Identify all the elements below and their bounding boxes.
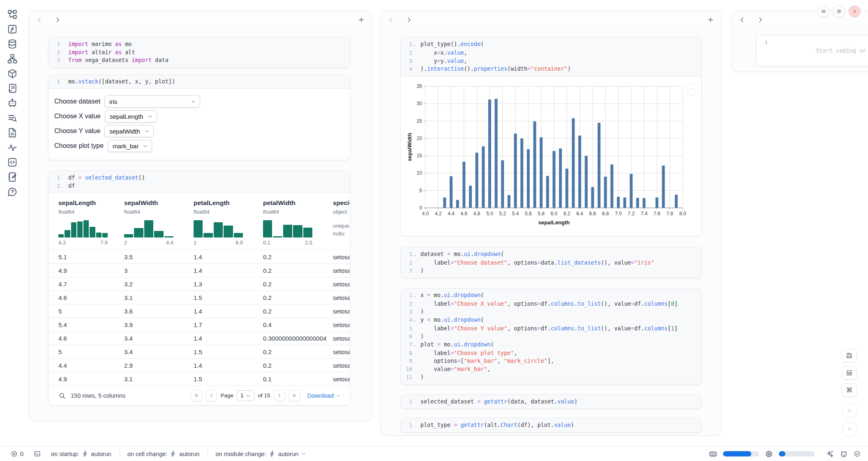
svg-text:7.4: 7.4: [641, 211, 648, 217]
svg-text:8.0: 8.0: [679, 211, 686, 217]
fold-caret-icon[interactable]: ⌄: [412, 341, 417, 349]
svg-text:5.0: 5.0: [486, 211, 493, 217]
code-line: 1⌄x = mo.ui.dropdown(: [401, 291, 701, 300]
code-line: 8 label="Choose plot type",: [401, 349, 701, 357]
help-icon[interactable]: [7, 187, 18, 197]
errors-indicator[interactable]: 0: [11, 450, 23, 457]
table-footer: 150 rows, 5 columns Page 1 of 15 Downloa…: [48, 385, 350, 405]
choose-y-value-select[interactable]: sepalWidth: [104, 125, 153, 137]
code-editor[interactable]: 1⌄x = mo.ui.dropdown(2 label="Choose X v…: [401, 288, 701, 384]
column-header-sepalLength[interactable]: sepalLengthfloat644.37.9: [58, 199, 124, 250]
table-row[interactable]: 5.43.91.70.4setosa: [48, 318, 350, 331]
code-editor[interactable]: 1df = selected_dataset()2df: [48, 171, 350, 193]
line-number: 2: [57, 48, 60, 57]
column-move-left-button[interactable]: [387, 16, 395, 23]
file-tree-icon[interactable]: [7, 9, 18, 20]
terminal-icon[interactable]: [34, 450, 41, 457]
fold-caret-icon[interactable]: ⌄: [412, 291, 417, 300]
on-startup-setting[interactable]: on startup: autorun: [51, 450, 111, 457]
code-editor[interactable]: 1mo.vstack([dataset, x, y, plot]): [48, 75, 350, 89]
function-icon[interactable]: [7, 24, 18, 35]
page-select[interactable]: 1: [237, 390, 255, 401]
line-number: 1: [409, 40, 412, 49]
column-move-right-button[interactable]: [757, 16, 764, 23]
code-editor[interactable]: 1plot_type = getattr(alt.Chart(df), plot…: [401, 418, 701, 432]
editor-placeholder: Start coding or generate with: [773, 39, 868, 63]
on-module-change-setting[interactable]: on module change: autorun: [216, 450, 307, 457]
table-row[interactable]: 4.93.11.50.1setosa: [48, 372, 350, 385]
table-row[interactable]: 4.42.91.40.2setosa: [48, 358, 350, 372]
column-move-right-button[interactable]: [54, 16, 61, 23]
code-editor[interactable]: 1selected_dataset = getattr(data, datase…: [401, 395, 701, 409]
save-button[interactable]: [842, 349, 857, 362]
altair-bar-chart[interactable]: 4.04.24.44.64.85.05.25.45.65.86.06.26.46…: [406, 80, 701, 234]
setting-value: autorun: [91, 451, 111, 457]
svg-text:4.2: 4.2: [435, 211, 442, 217]
svg-text:7.8: 7.8: [666, 211, 673, 217]
column-move-left-button[interactable]: [739, 16, 746, 23]
choose-x-value-select[interactable]: sepalLength: [105, 110, 157, 122]
dependency-graph-icon[interactable]: [7, 53, 18, 64]
download-button[interactable]: Download: [307, 392, 341, 399]
code-editor[interactable]: 1⌄dataset = mo.ui.dropdown(2 label="Choo…: [401, 247, 701, 278]
column-header-petalLength[interactable]: petalLengthfloat6416.9: [194, 199, 263, 250]
fold-caret-icon[interactable]: ⌄: [412, 250, 417, 259]
column-move-right-button[interactable]: [405, 16, 413, 23]
choose-plot-type-select[interactable]: mark_bar: [108, 140, 152, 152]
last-page-button[interactable]: [289, 390, 300, 401]
code-line: 11): [401, 373, 701, 381]
settings-gear-button[interactable]: [833, 5, 845, 17]
table-row[interactable]: 4.931.40.2setosa: [48, 263, 350, 277]
documentation-icon[interactable]: [7, 127, 18, 138]
dropdown-label: Choose Y value: [54, 127, 100, 135]
column-header-petalWidth[interactable]: petalWidthfloat640.12.5: [263, 199, 333, 250]
connection-status-icon[interactable]: [854, 450, 861, 457]
table-row[interactable]: 53.61.40.2setosa: [48, 304, 350, 318]
code-editor[interactable]: 1⌄plot_type().encode(2 x=x.value,3 y=y.v…: [401, 37, 701, 76]
column-header-species[interactable]: speciesobjectunique:nulls:: [333, 199, 350, 250]
svg-text:35: 35: [417, 83, 422, 89]
svg-text:5.8: 5.8: [538, 211, 545, 217]
menu-button[interactable]: [817, 5, 829, 17]
next-page-button[interactable]: [274, 390, 285, 401]
layout-toggle-button[interactable]: [842, 366, 857, 380]
code-line: 2 label="Choose dataset", options=data.l…: [401, 259, 701, 267]
close-panel-button[interactable]: [849, 5, 861, 17]
packages-icon[interactable]: [7, 68, 18, 79]
logs-search-icon[interactable]: [7, 113, 18, 123]
ai-chat-icon[interactable]: [7, 98, 18, 108]
table-row[interactable]: 5.13.51.40.2setosa: [48, 250, 350, 263]
on-cell-change-setting[interactable]: on cell change: autorun: [127, 450, 200, 457]
search-icon[interactable]: [58, 392, 66, 399]
code-line: 1mo.vstack([dataset, x, y, plot]): [48, 78, 350, 86]
ai-sparkles-icon[interactable]: [826, 450, 834, 458]
fold-caret-icon[interactable]: ⌄: [412, 316, 417, 325]
interrupt-button[interactable]: [842, 403, 857, 418]
add-column-button[interactable]: [707, 16, 714, 23]
code-line: 3from vega_datasets import data: [48, 56, 350, 65]
table-row[interactable]: 53.41.50.2setosa: [48, 345, 350, 358]
fold-caret-icon[interactable]: ⌄: [412, 40, 417, 49]
column-header-sepalWidth[interactable]: sepalWidthfloat6424.4: [124, 199, 194, 250]
add-column-button[interactable]: [358, 16, 365, 23]
first-page-button[interactable]: [191, 390, 202, 401]
notebook-icon[interactable]: [7, 172, 18, 182]
command-palette-button[interactable]: ⌘: [842, 383, 857, 397]
marimo-mascot-icon[interactable]: [840, 450, 848, 458]
code-editor[interactable]: 1 Start coding or generate with: [756, 36, 868, 66]
choose-dataset-select[interactable]: iris: [104, 95, 200, 108]
scratchpad-icon[interactable]: [7, 83, 18, 94]
database-icon[interactable]: [7, 39, 18, 49]
chart-menu-button[interactable]: [686, 83, 699, 95]
column-move-left-button[interactable]: [36, 16, 43, 23]
tracing-icon[interactable]: [7, 142, 18, 153]
table-row[interactable]: 4.73.21.30.2setosa: [48, 277, 350, 290]
table-row[interactable]: 4.63.41.40.30000000000000004setosa: [48, 331, 350, 345]
table-row[interactable]: 4.63.11.50.2setosa: [48, 290, 350, 304]
code-line: 9 options=["mark_bar", "mark_circle"],: [401, 357, 701, 365]
chevron-down-icon: [148, 114, 153, 119]
prev-page-button[interactable]: [205, 390, 217, 401]
code-editor[interactable]: 1import marimo as mo2import altair as al…: [48, 37, 350, 67]
snippets-icon[interactable]: [7, 157, 18, 168]
run-button[interactable]: [842, 422, 857, 436]
